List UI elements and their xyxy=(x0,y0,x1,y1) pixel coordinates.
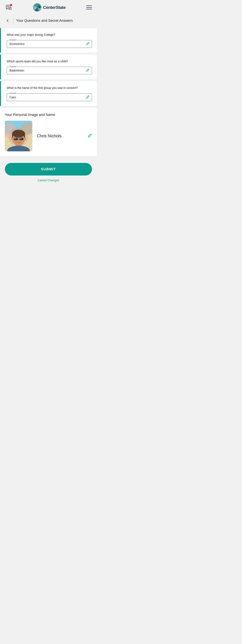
personal-section-title: Your Personal Image and Name xyxy=(5,113,92,117)
hamburger-line-3 xyxy=(86,9,92,9)
answer-value-1: Economics xyxy=(10,42,25,46)
menu-button[interactable] xyxy=(86,6,92,9)
edit-icon-2[interactable] xyxy=(86,68,89,73)
personal-profile: Chris Nichols xyxy=(5,121,92,151)
answer-label-2: Answer xyxy=(9,65,17,68)
title-bar-divider xyxy=(13,18,14,24)
question-block-3: What is the name of the first group you … xyxy=(0,81,97,106)
question-block-1: What was your major during College? Answ… xyxy=(0,28,97,53)
back-icon xyxy=(6,19,10,22)
back-button[interactable] xyxy=(5,18,11,24)
svg-rect-3 xyxy=(9,8,12,10)
page-title: Your Questions and Secret Answers xyxy=(16,18,73,23)
answer-label-3: Answer xyxy=(9,92,17,94)
svg-point-22 xyxy=(11,137,13,140)
question-text-1: What was your major during College? xyxy=(7,33,92,37)
svg-point-14 xyxy=(12,130,25,138)
buttons-area: SUBMIT Cancel Changes xyxy=(0,158,97,188)
answer-field-3[interactable]: Answer Cars xyxy=(7,94,92,101)
answer-field-1[interactable]: Answer Economics xyxy=(7,40,92,48)
profile-avatar xyxy=(5,121,32,151)
logo-icon xyxy=(33,3,42,12)
cancel-link[interactable]: Cancel Changes xyxy=(5,179,92,185)
answer-value-3: Cars xyxy=(10,96,16,99)
logo: CenterState xyxy=(33,3,66,12)
avatar-image xyxy=(5,121,32,151)
svg-point-23 xyxy=(24,137,26,140)
edit-icon-3[interactable] xyxy=(86,95,89,99)
notification-badge xyxy=(10,4,12,6)
answer-field-2[interactable]: Answer Badminton xyxy=(7,67,92,74)
svg-point-21 xyxy=(19,138,22,139)
hamburger-line-2 xyxy=(86,7,92,8)
question-block-2: Which sports team did you like most as a… xyxy=(0,54,97,79)
logo-text: CenterState xyxy=(43,5,66,10)
profile-name: Chris Nichols xyxy=(37,134,83,138)
page-title-bar: Your Questions and Secret Answers xyxy=(0,15,97,26)
edit-icon-1[interactable] xyxy=(86,42,89,46)
header: CenterState xyxy=(0,0,97,15)
question-text-2: Which sports team did you like most as a… xyxy=(7,60,92,64)
answer-label-1: Answer xyxy=(9,39,17,41)
chat-icon-button[interactable] xyxy=(5,4,13,11)
answer-value-2: Badminton xyxy=(10,69,24,72)
svg-point-20 xyxy=(14,138,17,139)
question-text-3: What is the name of the first group you … xyxy=(7,86,92,90)
submit-button[interactable]: SUBMIT xyxy=(5,163,92,176)
main-content: What was your major during College? Answ… xyxy=(0,26,97,190)
profile-edit-icon[interactable] xyxy=(88,134,92,138)
personal-section: Your Personal Image and Name xyxy=(0,108,97,156)
hamburger-line-1 xyxy=(86,6,92,6)
